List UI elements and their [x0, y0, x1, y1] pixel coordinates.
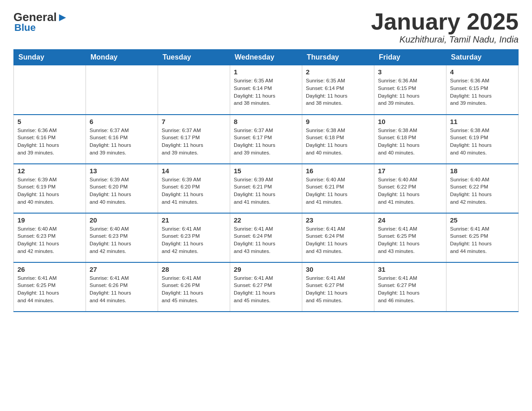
logo-triangle-icon: ► [57, 10, 69, 24]
day-number: 15 [234, 167, 298, 175]
day-info: Sunrise: 6:39 AM Sunset: 6:20 PM Dayligh… [90, 176, 154, 206]
day-info: Sunrise: 6:35 AM Sunset: 6:14 PM Dayligh… [306, 77, 370, 107]
day-info: Sunrise: 6:40 AM Sunset: 6:22 PM Dayligh… [450, 176, 515, 206]
weekday-header-row: SundayMondayTuesdayWednesdayThursdayFrid… [14, 50, 519, 65]
day-info: Sunrise: 6:39 AM Sunset: 6:20 PM Dayligh… [162, 176, 226, 206]
calendar-week-row: 12Sunrise: 6:39 AM Sunset: 6:19 PM Dayli… [14, 164, 519, 213]
day-number: 11 [450, 118, 515, 125]
day-number: 23 [306, 216, 370, 224]
day-info: Sunrise: 6:40 AM Sunset: 6:22 PM Dayligh… [378, 176, 442, 206]
page-header: General► Blue January 2025 Kuzhithurai, … [13, 9, 519, 45]
calendar-cell: 24Sunrise: 6:41 AM Sunset: 6:25 PM Dayli… [374, 213, 446, 262]
day-number: 3 [378, 68, 442, 76]
day-info: Sunrise: 6:36 AM Sunset: 6:15 PM Dayligh… [450, 77, 515, 107]
day-info: Sunrise: 6:38 AM Sunset: 6:18 PM Dayligh… [378, 127, 442, 157]
calendar-cell [158, 65, 230, 115]
calendar-week-row: 5Sunrise: 6:36 AM Sunset: 6:16 PM Daylig… [14, 115, 519, 164]
calendar-header: SundayMondayTuesdayWednesdayThursdayFrid… [14, 50, 519, 65]
calendar-table: SundayMondayTuesdayWednesdayThursdayFrid… [13, 49, 519, 312]
weekday-header-tuesday: Tuesday [158, 50, 230, 65]
day-info: Sunrise: 6:39 AM Sunset: 6:19 PM Dayligh… [17, 176, 82, 206]
calendar-cell: 6Sunrise: 6:37 AM Sunset: 6:16 PM Daylig… [86, 115, 158, 164]
day-info: Sunrise: 6:38 AM Sunset: 6:19 PM Dayligh… [450, 127, 515, 157]
day-number: 7 [162, 118, 226, 125]
day-number: 29 [234, 265, 298, 273]
day-info: Sunrise: 6:41 AM Sunset: 6:27 PM Dayligh… [234, 274, 298, 304]
day-info: Sunrise: 6:39 AM Sunset: 6:21 PM Dayligh… [234, 176, 298, 206]
weekday-header-wednesday: Wednesday [230, 50, 302, 65]
calendar-cell: 21Sunrise: 6:41 AM Sunset: 6:23 PM Dayli… [158, 213, 230, 262]
day-info: Sunrise: 6:35 AM Sunset: 6:14 PM Dayligh… [234, 77, 298, 107]
day-info: Sunrise: 6:41 AM Sunset: 6:27 PM Dayligh… [378, 274, 442, 304]
calendar-week-row: 19Sunrise: 6:40 AM Sunset: 6:23 PM Dayli… [14, 213, 519, 262]
day-number: 1 [234, 68, 298, 76]
weekday-header-friday: Friday [374, 50, 446, 65]
weekday-header-monday: Monday [86, 50, 158, 65]
weekday-header-saturday: Saturday [446, 50, 519, 65]
logo: General► Blue [13, 9, 69, 34]
day-number: 6 [90, 118, 154, 125]
calendar-cell: 2Sunrise: 6:35 AM Sunset: 6:14 PM Daylig… [302, 65, 374, 115]
day-info: Sunrise: 6:41 AM Sunset: 6:23 PM Dayligh… [162, 225, 226, 255]
calendar-cell: 5Sunrise: 6:36 AM Sunset: 6:16 PM Daylig… [14, 115, 86, 164]
day-number: 16 [306, 167, 370, 175]
day-number: 14 [162, 167, 226, 175]
day-number: 8 [234, 118, 298, 125]
day-info: Sunrise: 6:41 AM Sunset: 6:26 PM Dayligh… [90, 274, 154, 304]
calendar-cell [86, 65, 158, 115]
day-info: Sunrise: 6:37 AM Sunset: 6:17 PM Dayligh… [162, 127, 226, 157]
day-number: 27 [90, 265, 154, 273]
calendar-cell: 13Sunrise: 6:39 AM Sunset: 6:20 PM Dayli… [86, 164, 158, 213]
calendar-cell: 26Sunrise: 6:41 AM Sunset: 6:25 PM Dayli… [14, 262, 86, 312]
logo-blue-text: Blue [13, 22, 36, 34]
calendar-cell: 4Sunrise: 6:36 AM Sunset: 6:15 PM Daylig… [446, 65, 519, 115]
calendar-cell: 20Sunrise: 6:40 AM Sunset: 6:23 PM Dayli… [86, 213, 158, 262]
day-number: 30 [306, 265, 370, 273]
day-number: 25 [450, 216, 515, 224]
day-number: 18 [450, 167, 515, 175]
title-block: January 2025 Kuzhithurai, Tamil Nadu, In… [371, 9, 519, 45]
calendar-cell: 23Sunrise: 6:41 AM Sunset: 6:24 PM Dayli… [302, 213, 374, 262]
day-number: 2 [306, 68, 370, 76]
calendar-cell: 1Sunrise: 6:35 AM Sunset: 6:14 PM Daylig… [230, 65, 302, 115]
day-number: 21 [162, 216, 226, 224]
calendar-cell: 11Sunrise: 6:38 AM Sunset: 6:19 PM Dayli… [446, 115, 519, 164]
logo-text: General► [13, 11, 69, 23]
location-text: Kuzhithurai, Tamil Nadu, India [371, 34, 519, 45]
calendar-cell: 18Sunrise: 6:40 AM Sunset: 6:22 PM Dayli… [446, 164, 519, 213]
calendar-cell [14, 65, 86, 115]
day-info: Sunrise: 6:41 AM Sunset: 6:25 PM Dayligh… [17, 274, 82, 304]
calendar-cell: 31Sunrise: 6:41 AM Sunset: 6:27 PM Dayli… [374, 262, 446, 312]
calendar-cell: 14Sunrise: 6:39 AM Sunset: 6:20 PM Dayli… [158, 164, 230, 213]
calendar-cell: 15Sunrise: 6:39 AM Sunset: 6:21 PM Dayli… [230, 164, 302, 213]
day-info: Sunrise: 6:36 AM Sunset: 6:16 PM Dayligh… [17, 127, 82, 157]
day-info: Sunrise: 6:37 AM Sunset: 6:17 PM Dayligh… [234, 127, 298, 157]
calendar-cell: 17Sunrise: 6:40 AM Sunset: 6:22 PM Dayli… [374, 164, 446, 213]
calendar-week-row: 1Sunrise: 6:35 AM Sunset: 6:14 PM Daylig… [14, 65, 519, 115]
calendar-cell: 19Sunrise: 6:40 AM Sunset: 6:23 PM Dayli… [14, 213, 86, 262]
day-number: 4 [450, 68, 515, 76]
day-number: 9 [306, 118, 370, 125]
calendar-cell: 8Sunrise: 6:37 AM Sunset: 6:17 PM Daylig… [230, 115, 302, 164]
calendar-cell: 28Sunrise: 6:41 AM Sunset: 6:26 PM Dayli… [158, 262, 230, 312]
day-number: 31 [378, 265, 442, 273]
day-number: 20 [90, 216, 154, 224]
day-info: Sunrise: 6:38 AM Sunset: 6:18 PM Dayligh… [306, 127, 370, 157]
calendar-cell: 3Sunrise: 6:36 AM Sunset: 6:15 PM Daylig… [374, 65, 446, 115]
day-info: Sunrise: 6:41 AM Sunset: 6:24 PM Dayligh… [306, 225, 370, 255]
day-number: 17 [378, 167, 442, 175]
calendar-cell: 22Sunrise: 6:41 AM Sunset: 6:24 PM Dayli… [230, 213, 302, 262]
day-number: 24 [378, 216, 442, 224]
calendar-cell: 16Sunrise: 6:40 AM Sunset: 6:21 PM Dayli… [302, 164, 374, 213]
day-info: Sunrise: 6:41 AM Sunset: 6:27 PM Dayligh… [306, 274, 370, 304]
day-info: Sunrise: 6:40 AM Sunset: 6:23 PM Dayligh… [90, 225, 154, 255]
day-number: 28 [162, 265, 226, 273]
day-number: 5 [17, 118, 82, 125]
day-info: Sunrise: 6:36 AM Sunset: 6:15 PM Dayligh… [378, 77, 442, 107]
day-info: Sunrise: 6:41 AM Sunset: 6:25 PM Dayligh… [450, 225, 515, 255]
calendar-cell: 9Sunrise: 6:38 AM Sunset: 6:18 PM Daylig… [302, 115, 374, 164]
calendar-cell: 29Sunrise: 6:41 AM Sunset: 6:27 PM Dayli… [230, 262, 302, 312]
day-info: Sunrise: 6:40 AM Sunset: 6:23 PM Dayligh… [17, 225, 82, 255]
day-info: Sunrise: 6:41 AM Sunset: 6:25 PM Dayligh… [378, 225, 442, 255]
day-number: 13 [90, 167, 154, 175]
